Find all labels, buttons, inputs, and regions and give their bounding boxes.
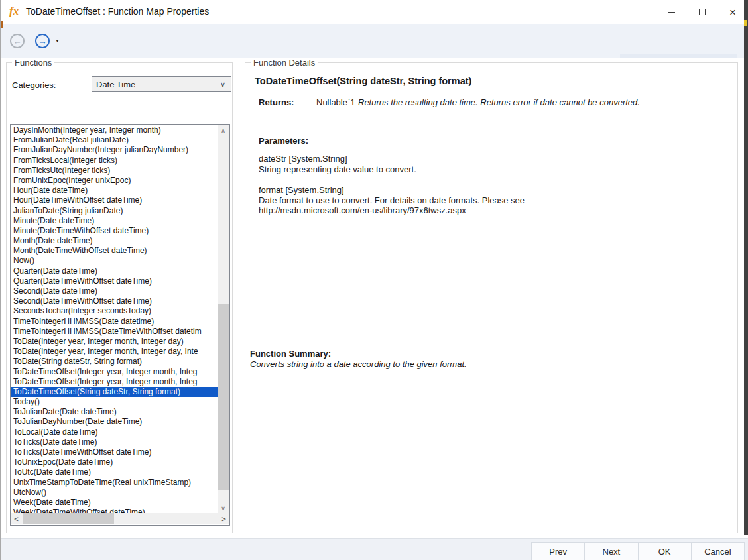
parameters-list: dateStr [System.String]String representi…: [259, 154, 731, 227]
function-list-item[interactable]: FromJulianDayNumber(Integer julianDayNum…: [11, 145, 218, 155]
function-list-item[interactable]: FromJulianDate(Real julianDate): [11, 135, 218, 145]
function-list-item[interactable]: Week(Date dateTime): [11, 498, 218, 508]
function-list-item[interactable]: ToTicks(DateTimeWithOffset dateTime): [11, 447, 218, 457]
function-details-title: Function Details: [251, 58, 318, 68]
maximize-icon: [699, 9, 706, 15]
forward-button[interactable]: →: [35, 34, 50, 48]
function-list-item[interactable]: Minute(Date dateTime): [11, 216, 218, 226]
function-list-item[interactable]: UtcNow(): [11, 488, 218, 498]
returns-row: Returns: Nullable`1 Returns the resultin…: [259, 97, 731, 107]
next-button[interactable]: Next: [584, 542, 638, 560]
fx-function-icon: fx: [9, 5, 19, 18]
parameters-label: Parameters:: [259, 136, 308, 146]
functions-panel-title: Functions: [12, 58, 54, 68]
function-details-panel: Function Details ToDateTimeOffset(String…: [245, 62, 738, 533]
function-list-item[interactable]: Month(DateTimeWithOffset dateTime): [11, 246, 218, 256]
function-list-item[interactable]: ToTicks(Date dateTime): [11, 437, 218, 447]
function-list-item[interactable]: Today(): [11, 397, 218, 407]
maximize-button[interactable]: [687, 0, 717, 24]
prev-button[interactable]: Prev: [531, 542, 585, 560]
forward-dropdown-button[interactable]: ▼: [55, 38, 60, 43]
parameter-description-line: String representing date value to conver…: [259, 164, 731, 175]
returns-type: Nullable`1: [316, 97, 358, 107]
background-window-edge: [744, 0, 748, 535]
horizontal-scrollbar-thumb[interactable]: [23, 513, 114, 524]
function-list-item[interactable]: DaysInMonth(Integer year, Integer month): [11, 125, 218, 135]
function-list-item[interactable]: Minute(DateTimeWithOffset dateTime): [11, 226, 218, 236]
function-list-item[interactable]: ToDateTimeOffset(String dateStr, String …: [11, 387, 218, 397]
back-button[interactable]: ←: [10, 34, 25, 48]
function-list-item[interactable]: ToUnixEpoc(Date dateTime): [11, 457, 218, 467]
function-summary-label: Function Summary:: [250, 349, 331, 359]
scroll-left-button[interactable]: <: [11, 513, 21, 524]
function-list-item[interactable]: Second(DateTimeWithOffset dateTime): [11, 296, 218, 306]
function-listbox: DaysInMonth(Integer year, Integer month)…: [10, 124, 230, 526]
parameter-block: format [System.String]Date format to use…: [259, 185, 731, 216]
function-list-item[interactable]: Week(DateTimeWithOffset dateTime): [11, 508, 218, 513]
window-controls: ×: [656, 0, 748, 24]
function-list-item[interactable]: Month(Date dateTime): [11, 236, 218, 246]
parameter-description-line: Date format to use to convert. For detai…: [259, 196, 731, 206]
function-list-item[interactable]: Hour(Date dateTime): [11, 186, 218, 196]
function-list-item[interactable]: FromUnixEpoc(Integer unixEpoc): [11, 176, 218, 186]
footer: PrevNextOKCancel: [1, 538, 748, 560]
toolbar: ← → ▼ Editing: ToDateTimeOffset ▼: [1, 24, 748, 58]
categories-label: Categories:: [12, 80, 56, 90]
function-list-item[interactable]: ToUtc(Date dateTime): [11, 467, 218, 477]
scroll-down-button[interactable]: ∨: [218, 503, 229, 513]
function-list-item[interactable]: Second(Date dateTime): [11, 286, 218, 296]
vertical-scrollbar[interactable]: ∧ ∨: [218, 125, 229, 513]
vertical-scrollbar-thumb[interactable]: [218, 304, 229, 490]
categories-select[interactable]: Date Time ∨: [92, 76, 231, 92]
title-bar: fx ToDateTimeOffset : Function Map Prope…: [1, 0, 748, 24]
minimize-button[interactable]: [656, 0, 687, 24]
function-summary-text: Converts string into a date according to…: [250, 359, 731, 369]
function-list-item[interactable]: ToJulianDayNumber(Date dateTime): [11, 417, 218, 427]
function-list-item[interactable]: TimeToIntegerHHMMSS(Date datetime): [11, 317, 218, 327]
function-list-item[interactable]: Hour(DateTimeWithOffset dateTime): [11, 196, 218, 205]
function-list-item[interactable]: FromTicksLocal(Integer ticks): [11, 156, 218, 166]
background-window-notch: [744, 20, 747, 26]
scroll-left-icon: <: [14, 515, 18, 523]
function-list-item[interactable]: ToLocal(Date dateTime): [11, 427, 218, 437]
function-list-item[interactable]: Quarter(DateTimeWithOffset dateTime): [11, 276, 218, 286]
parameter-description-line: http://msdn.microsoft.com/en-us/library/…: [259, 205, 731, 216]
categories-selected-value: Date Time: [92, 80, 220, 89]
scroll-up-button[interactable]: ∧: [218, 125, 229, 135]
function-list-item[interactable]: Now(): [11, 256, 218, 266]
function-list-item[interactable]: ToDateTimeOffset(Integer year, Integer m…: [11, 367, 218, 377]
main-content: Functions Categories: Date Time ∨ DaysIn…: [1, 58, 748, 538]
function-list-item[interactable]: ToDate(String dateStr, String format): [11, 357, 218, 366]
scroll-right-button[interactable]: >: [219, 513, 229, 524]
function-list-item[interactable]: JulianToDate(String julianDate): [11, 206, 218, 216]
parameter-name: dateStr [System.String]: [259, 154, 731, 164]
function-list-item[interactable]: UnixTimeStampToDateTime(Real unixTimeSta…: [11, 478, 218, 488]
scroll-up-icon: ∧: [221, 127, 225, 134]
chevron-down-icon: ∨: [220, 80, 231, 89]
parameter-block: dateStr [System.String]String representi…: [259, 154, 731, 174]
scroll-right-icon: >: [221, 515, 225, 523]
function-list: DaysInMonth(Integer year, Integer month)…: [11, 125, 218, 513]
function-list-item[interactable]: Quarter(Date dateTime): [11, 266, 218, 276]
returns-label: Returns:: [259, 97, 316, 107]
function-signature: ToDateTimeOffset(String dateStr, String …: [255, 76, 471, 86]
function-list-item[interactable]: SecondsTochar(Integer secondsToday): [11, 306, 218, 316]
close-icon: ×: [729, 7, 736, 18]
returns-description: Returns the resulting date time. Returns…: [358, 97, 731, 107]
function-list-item[interactable]: ToDate(Integer year, Integer month, Inte…: [11, 347, 218, 357]
function-list-item[interactable]: ToDate(Integer year, Integer month, Inte…: [11, 337, 218, 347]
parameter-name: format [System.String]: [259, 185, 731, 196]
cancel-button[interactable]: Cancel: [691, 542, 745, 560]
back-arrow-icon: ←: [13, 37, 22, 46]
footer-buttons: PrevNextOKCancel: [531, 542, 745, 560]
function-list-item[interactable]: ToDateTimeOffset(Integer year, Integer m…: [11, 377, 218, 387]
functions-panel: Functions Categories: Date Time ∨ DaysIn…: [6, 62, 233, 533]
ok-button[interactable]: OK: [638, 542, 692, 560]
chevron-down-icon: ▼: [55, 38, 60, 43]
function-list-item[interactable]: FromTicksUtc(Integer ticks): [11, 166, 218, 176]
horizontal-scrollbar[interactable]: < >: [11, 513, 229, 524]
function-list-item[interactable]: TimeToIntegerHHMMSS(DateTimeWithOffset d…: [11, 327, 218, 337]
function-list-item[interactable]: ToJulianDate(Date dateTime): [11, 407, 218, 417]
function-map-properties-dialog: fx ToDateTimeOffset : Function Map Prope…: [0, 0, 748, 560]
forward-arrow-icon: →: [38, 37, 47, 46]
